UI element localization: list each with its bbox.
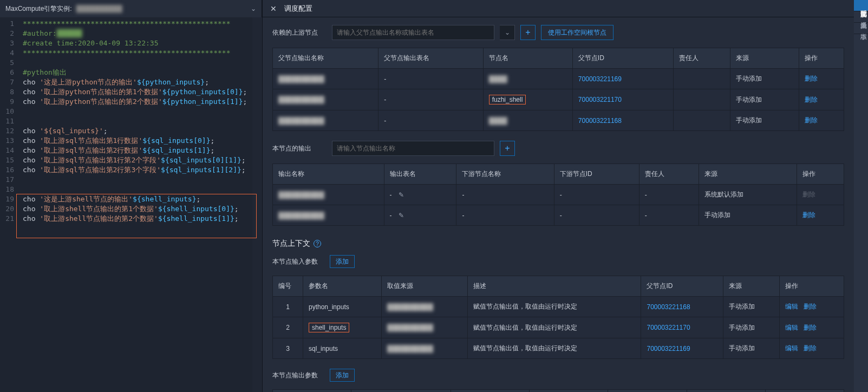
delete-link[interactable]: 删除 [804, 344, 817, 352]
tab-version[interactable]: 版本 [854, 23, 868, 34]
delete-link: 删除 [802, 191, 815, 198]
table-row: 3sql_inputs██████████赋值节点输出值，取值由运行时决定700… [273, 338, 844, 359]
upstream-label: 依赖的上游节点 [272, 28, 327, 37]
code-content[interactable]: ****************************************… [21, 17, 252, 392]
code-editor[interactable]: 123456789101112131415161718192021 ******… [0, 17, 262, 392]
delete-link[interactable]: 删除 [802, 211, 815, 219]
parent-id-link[interactable]: 700003221169 [578, 75, 622, 83]
editor-column: MaxCompute引擎实例: ██████████ ⌄ 12345678910… [0, 0, 262, 392]
edit-link[interactable]: 编辑 [785, 324, 798, 331]
table-row: ██████████-fuzhi_shell700003221170手动添加删除 [273, 89, 844, 110]
parent-id-link[interactable]: 700003221170 [578, 96, 622, 103]
table-header: 父节点ID [641, 276, 723, 297]
table-row: ██████████- ✎---手动添加删除 [273, 205, 844, 226]
delete-link[interactable]: 删除 [804, 324, 817, 331]
table-header: 父节点ID [572, 48, 673, 69]
minimap[interactable] [252, 17, 262, 392]
table-header: 责任人 [674, 48, 730, 69]
edit-link[interactable]: 编辑 [785, 344, 798, 352]
table-header: 来源 [687, 390, 765, 393]
table-row: ██████████-████700003221168手动添加删除 [273, 110, 844, 131]
add-output-param-button[interactable]: 添加 [330, 369, 355, 382]
parent-id-link[interactable]: 700003221170 [647, 324, 690, 331]
add-upstream-button[interactable]: + [520, 25, 536, 40]
parent-id-link[interactable]: 700003221168 [647, 303, 690, 311]
output-params-label: 本节点输出参数 [272, 371, 318, 380]
table-row: ██████████- ✎---系统默认添加删除 [273, 185, 844, 205]
upstream-table: 父节点输出名称父节点输出表名节点名父节点ID责任人来源操作██████████-… [272, 48, 844, 131]
engine-value: ██████████ [76, 5, 247, 12]
output-table: 输出名称输出表名下游节点名称下游节点ID责任人来源操作██████████- ✎… [272, 164, 844, 226]
table-header: 下游节点名称 [456, 164, 554, 185]
table-header: 操作 [780, 276, 844, 297]
table-header: 参数名 [303, 276, 382, 297]
edit-icon[interactable]: ✎ [397, 191, 406, 199]
table-header: 取值来源 [381, 276, 467, 297]
table-header: 参数名 [351, 390, 451, 393]
table-header: 输出名称 [273, 164, 384, 185]
output-params-table: 编号参数名类型取值描述来源操作 [272, 389, 844, 392]
table-header: 责任人 [639, 164, 699, 185]
tab-schedule[interactable]: 调度配置 [854, 0, 868, 11]
parent-id-link[interactable]: 700003221169 [647, 345, 690, 352]
input-params-table: 编号参数名取值来源描述父节点ID来源操作1python_inputs██████… [272, 276, 844, 359]
table-header: 来源 [699, 164, 797, 185]
engine-selector[interactable]: MaxCompute引擎实例: ██████████ ⌄ [0, 0, 262, 17]
engine-label: MaxCompute引擎实例: [5, 4, 72, 14]
edit-link[interactable]: 编辑 [785, 303, 798, 310]
delete-link[interactable]: 删除 [805, 75, 818, 82]
close-icon[interactable]: ✕ [270, 4, 277, 13]
node-output-label: 本节点的输出 [272, 144, 327, 153]
delete-link[interactable]: 删除 [805, 96, 818, 103]
table-header: 编号 [273, 276, 303, 297]
panel-header: ✕ 调度配置 [263, 0, 854, 17]
param-name-highlight: shell_inputs [309, 323, 349, 332]
table-header: 来源 [723, 276, 780, 297]
table-row: 1python_inputs██████████赋值节点输出值，取值由运行时决定… [273, 297, 844, 317]
table-header: 来源 [730, 48, 799, 69]
chevron-down-icon: ⌄ [251, 5, 256, 12]
add-input-param-button[interactable]: 添加 [330, 255, 355, 268]
add-output-button[interactable]: + [500, 141, 515, 156]
table-header: 父节点输出表名 [378, 48, 483, 69]
table-header: 下游节点ID [554, 164, 639, 185]
table-row: ██████████-████700003221169手动添加删除 [273, 69, 844, 89]
table-header: 操作 [799, 48, 844, 69]
input-params-label: 本节点输入参数 [272, 257, 318, 266]
table-header: 类型 [451, 390, 530, 393]
parent-id-link[interactable]: 700003221168 [578, 117, 622, 125]
side-tabs: 调度配置 血缘关系 版本 [854, 0, 868, 392]
help-icon[interactable]: ? [314, 240, 321, 247]
table-header: 取值 [530, 390, 608, 393]
tab-lineage[interactable]: 血缘关系 [854, 11, 868, 23]
table-row: 2shell_inputs██████████赋值节点输出值，取值由运行时决定7… [273, 317, 844, 338]
node-name-highlight: fuzhi_shell [489, 95, 526, 104]
config-panel: ✕ 调度配置 依赖的上游节点 ⌄ + 使用工作空间根节点 父节点输出名称父节点输… [262, 0, 868, 392]
table-header: 编号 [273, 390, 351, 393]
panel-title: 调度配置 [284, 4, 312, 14]
node-output-input[interactable] [332, 141, 494, 156]
delete-link[interactable]: 删除 [804, 303, 817, 310]
table-header: 节点名 [483, 48, 572, 69]
context-title: 节点上下文 [272, 239, 310, 249]
table-header: 输出表名 [384, 164, 456, 185]
upstream-input[interactable] [332, 25, 494, 40]
table-header: 操作 [765, 390, 844, 393]
delete-link[interactable]: 删除 [805, 116, 818, 124]
table-header: 描述 [608, 390, 687, 393]
table-header: 父节点输出名称 [273, 48, 378, 69]
chevron-down-icon[interactable]: ⌄ [500, 25, 515, 40]
line-gutter: 123456789101112131415161718192021 [0, 17, 21, 392]
table-header: 描述 [468, 276, 641, 297]
use-root-button[interactable]: 使用工作空间根节点 [541, 25, 614, 40]
edit-icon[interactable]: ✎ [397, 211, 406, 220]
table-header: 操作 [797, 164, 844, 185]
